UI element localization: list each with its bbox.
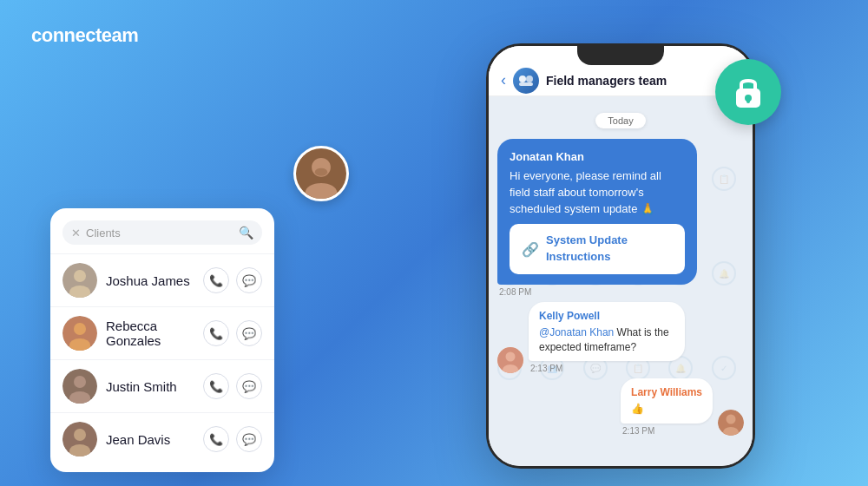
message-button[interactable]: 💬 xyxy=(236,373,262,399)
message-text: 👍 xyxy=(631,402,702,417)
message-text: @Jonatan Khan What is the expected timef… xyxy=(539,325,674,355)
list-item: Justin Smith 📞 💬 xyxy=(50,359,274,412)
svg-point-10 xyxy=(74,429,86,441)
svg-point-16 xyxy=(506,352,516,362)
svg-point-24 xyxy=(315,168,328,176)
chat-content: Today Jonatan Khan Hi everyone, please r… xyxy=(489,96,753,466)
search-label: Clients xyxy=(86,227,233,240)
larry-avatar-small xyxy=(718,410,744,436)
message-text: Hi everyone, please remind all field sta… xyxy=(510,168,685,218)
contact-name: Joshua James xyxy=(106,273,194,288)
sender-name: Kelly Powell xyxy=(539,309,674,324)
svg-point-12 xyxy=(519,76,526,82)
svg-point-23 xyxy=(306,183,337,201)
link-card[interactable]: 🔗 System Update Instructions xyxy=(510,224,685,274)
link-icon: 🔗 xyxy=(522,240,539,259)
contact-name: Jean Davis xyxy=(106,432,194,447)
lock-icon xyxy=(731,73,766,111)
list-item: Jean Davis 📞 💬 xyxy=(50,412,274,465)
contact-list-card: ✕ Clients 🔍 Joshua James 📞 💬 Rebecca Gon… xyxy=(50,208,274,472)
bubble-kelly: Kelly Powell @Jonatan Khan What is the e… xyxy=(529,302,685,373)
message-larry: Larry Williams 👍 2:13 PM xyxy=(497,378,744,436)
avatar xyxy=(62,316,97,351)
today-label: Today xyxy=(497,112,744,128)
channel-avatar xyxy=(513,68,539,94)
svg-point-4 xyxy=(74,323,86,335)
svg-point-7 xyxy=(74,376,86,388)
phone-mockup: ‹ Field managers team 💬📋🔔 ✓👥💬 📋🔔✓ 👥💬📋 🔔✓… xyxy=(486,43,755,469)
list-item: Joshua James 📞 💬 xyxy=(50,253,274,306)
message-kelly: Kelly Powell @Jonatan Khan What is the e… xyxy=(497,302,744,373)
kelly-avatar xyxy=(497,347,523,373)
svg-rect-14 xyxy=(519,82,533,86)
bubble-blue: Jonatan Khan Hi everyone, please remind … xyxy=(497,139,697,285)
avatar xyxy=(62,263,97,298)
svg-rect-27 xyxy=(746,98,750,103)
contact-actions: 📞 💬 xyxy=(203,320,262,346)
avatar xyxy=(62,369,97,404)
phone-notch xyxy=(577,46,664,65)
channel-name: Field managers team xyxy=(546,74,740,88)
message-button[interactable]: 💬 xyxy=(236,267,262,293)
clear-search-icon[interactable]: ✕ xyxy=(71,227,81,240)
call-button[interactable]: 📞 xyxy=(203,426,229,452)
message-time: 2:13 PM xyxy=(621,426,713,436)
message-time: 2:13 PM xyxy=(529,364,685,373)
logo: connecteam xyxy=(31,24,138,47)
chat-background: 💬📋🔔 ✓👥💬 📋🔔✓ 👥💬📋 🔔✓👥 💬📋🔔 ✓👥💬 📋🔔✓ Today Jo… xyxy=(489,46,753,466)
logo-text: connecteam xyxy=(31,24,138,47)
sender-name: Jonatan Khan xyxy=(510,149,685,166)
contact-name: Justin Smith xyxy=(106,379,194,394)
bubble-white: Kelly Powell @Jonatan Khan What is the e… xyxy=(529,302,685,361)
bubble-white-larry: Larry Williams 👍 xyxy=(621,378,713,424)
search-bar[interactable]: ✕ Clients 🔍 xyxy=(62,220,262,245)
contact-actions: 📞 💬 xyxy=(203,373,262,399)
mention: @Jonatan Khan xyxy=(539,326,614,338)
today-badge: Today xyxy=(595,113,645,128)
link-text: System Update Instructions xyxy=(546,233,673,266)
sender-name: Larry Williams xyxy=(631,385,702,400)
contact-name: Rebecca Gonzales xyxy=(106,319,194,348)
message-jonatan: Jonatan Khan Hi everyone, please remind … xyxy=(497,139,744,297)
call-button[interactable]: 📞 xyxy=(203,373,229,399)
call-button[interactable]: 📞 xyxy=(203,320,229,346)
avatar xyxy=(62,422,97,456)
back-button[interactable]: ‹ xyxy=(501,71,506,89)
lock-badge xyxy=(715,59,781,125)
message-button[interactable]: 💬 xyxy=(236,426,262,452)
call-button[interactable]: 📞 xyxy=(203,267,229,293)
message-time: 2:08 PM xyxy=(497,287,531,297)
contact-actions: 📞 💬 xyxy=(203,267,262,293)
svg-point-1 xyxy=(74,270,86,282)
list-item: Rebecca Gonzales 📞 💬 xyxy=(50,306,274,359)
svg-point-13 xyxy=(526,76,533,82)
search-icon[interactable]: 🔍 xyxy=(239,226,253,240)
contact-actions: 📞 💬 xyxy=(203,426,262,452)
message-button[interactable]: 💬 xyxy=(236,320,262,346)
svg-point-19 xyxy=(727,415,736,424)
jonatan-avatar xyxy=(293,146,349,201)
bubble-larry: Larry Williams 👍 2:13 PM xyxy=(621,378,713,436)
